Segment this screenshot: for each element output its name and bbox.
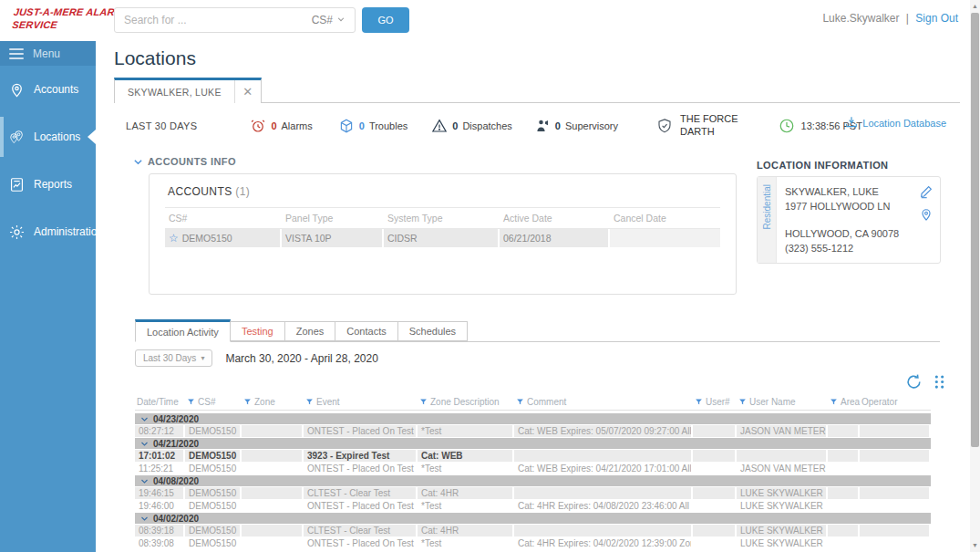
activity-cell: ONTEST - Placed On Test [304,500,418,512]
activity-cell [828,537,860,549]
accounts-info-section-label[interactable]: ACCOUNTS INFO [133,156,236,167]
activity-row[interactable]: 19:46:15DEMO5150CLTEST - Clear TestCat: … [135,487,931,500]
column-header-date-time: Date/Time [135,397,185,407]
group-date: 04/02/2020 [153,514,199,524]
location-database-link[interactable]: Location Database [845,116,946,130]
page-scrollbar[interactable]: ▲ ▼ [970,0,980,552]
shield-line-1: THE FORCE [680,113,738,126]
accounts-column-header: Cancel Date [610,208,720,228]
column-header-user-name[interactable]: User Name [737,397,828,407]
column-header-area[interactable]: Area [828,397,860,407]
activity-cell [693,463,737,474]
star-icon[interactable]: ☆ [169,233,179,244]
tab-contacts[interactable]: Contacts [335,321,397,341]
activity-cell: *Test [418,463,514,474]
group-header[interactable]: 04/23/2020 [135,413,931,425]
activity-cell: *Test [418,425,514,437]
group-header[interactable]: 04/21/2020 [135,438,931,450]
accounts-column-header: Active Date [500,208,610,228]
activity-cell [860,525,931,536]
gear-icon [8,224,26,241]
location-tab[interactable]: SKYWALKER, LUKE ✕ [114,78,262,103]
go-button[interactable]: GO [362,7,409,33]
column-header-comment[interactable]: Comment [514,397,693,407]
close-icon[interactable]: ✕ [234,80,261,103]
column-header-zone-description[interactable]: Zone Description [418,397,514,407]
logo-line-2: SERVICE [12,19,123,32]
account-cell: VISTA 10P [282,229,384,247]
activity-cell: Cat: 4HR [418,525,514,536]
date-range-dropdown[interactable]: Last 30 Days ▾ [135,349,212,367]
sidebar-item-reports[interactable]: Reports [0,161,96,208]
column-label: Date/Time [137,397,179,407]
column-label: Operator [861,397,897,407]
location-actions [913,177,940,263]
map-pin-icon[interactable] [919,207,934,222]
grid-dots-icon[interactable] [931,373,948,391]
column-header-cs-[interactable]: CS# [185,397,242,407]
column-header-event[interactable]: Event [304,397,418,407]
group-date: 04/23/2020 [153,414,199,424]
tab-location-activity[interactable]: Location Activity [135,319,231,342]
page-title: Locations [114,47,196,69]
table-tools [905,373,948,391]
scroll-down-arrow[interactable]: ▼ [970,540,980,551]
activity-table-header: Date/TimeCS#ZoneEventZone DescriptionCom… [135,397,931,411]
activity-row[interactable]: 17:01:02DEMO51503923 - Expired TestCat: … [135,450,931,463]
account-row[interactable]: ☆DEMO5150VISTA 10PCIDSR06/21/2018 [165,229,720,247]
sidebar-item-locations[interactable]: Locations [0,113,96,161]
funnel-icon [738,398,747,406]
sidebar-item-administration[interactable]: Administration [0,208,96,255]
edit-pencil-icon[interactable] [919,184,934,199]
main-content: Locations SKYWALKER, LUKE ✕ LAST 30 DAYS… [96,41,971,552]
accounts-table-body: ☆DEMO5150VISTA 10PCIDSR06/21/2018 [150,229,736,247]
location-name: SKYWALKER, LUKE [785,185,909,200]
search-input[interactable] [115,14,303,26]
activity-row[interactable]: 08:27:12DEMO5150ONTEST - Placed On Test*… [135,425,931,438]
group-header[interactable]: 04/02/2020 [135,513,931,525]
shield-check-icon [656,118,673,134]
column-header-user-[interactable]: User# [693,397,737,407]
activity-cell [242,450,304,462]
menu-toggle[interactable]: Menu [0,41,96,66]
stat-count: 0 [555,120,561,131]
sign-out-link[interactable]: Sign Out [915,12,958,25]
activity-row[interactable]: 08:39:18DEMO5150CLTEST - Clear TestCat: … [135,525,931,537]
tab-testing[interactable]: Testing [231,321,285,341]
column-label: Area [841,397,860,407]
sidebar-item-accounts[interactable]: Accounts [0,66,96,113]
summary-row: LAST 30 DAYS 0Alarms0Troubles0Dispatches… [126,109,960,142]
scrollbar-thumb[interactable] [971,13,979,447]
activity-cell: JASON VAN METER [737,463,828,474]
location-database-label: Location Database [862,118,946,129]
activity-table: Date/TimeCS#ZoneEventZone DescriptionCom… [135,397,931,550]
tab-zones[interactable]: Zones [285,321,336,341]
chevron-down-icon [140,477,149,485]
activity-row[interactable]: 19:46:00DEMO5150ONTEST - Placed On Test*… [135,500,931,513]
tab-schedules[interactable]: Schedules [398,321,468,341]
column-header-zone[interactable]: Zone [242,397,304,407]
map-pin-icon [8,81,26,99]
stat-count: 0 [452,120,458,131]
accounts-column-header: System Type [384,208,500,228]
menu-label: Menu [33,47,60,60]
activity-row[interactable]: 08:39:08DEMO5150ONTEST - Placed On Test*… [135,537,931,550]
app-window: JUST-A-MERE ALARM SERVICE CS# GO Luke.Sk… [0,0,980,552]
activity-cell: Cat: 4HR [418,487,514,499]
activity-cell [242,425,304,437]
scroll-up-arrow[interactable]: ▲ [970,1,980,12]
activity-cell: *Test [418,500,514,512]
activity-cell: 08:27:12 [135,425,185,437]
activity-cell: Cat: 4HR Expires: 04/08/2020 23:46:00 Al… [514,500,693,512]
stat-label: Supervisory [565,120,618,131]
location-information-card: Residential SKYWALKER, LUKE 1977 HOLLYWO… [757,176,941,264]
column-label: CS# [198,397,215,407]
warning-triangle-icon [431,118,448,134]
refresh-icon[interactable] [905,373,923,391]
activity-cell [860,425,931,437]
column-header-operator: Operator [860,397,931,407]
funnel-icon [187,398,195,406]
group-header[interactable]: 04/08/2020 [135,475,931,487]
activity-row[interactable]: 11:25:21DEMO5150ONTEST - Placed On Test*… [135,463,931,475]
search-category-dropdown[interactable]: CS# [303,14,355,26]
